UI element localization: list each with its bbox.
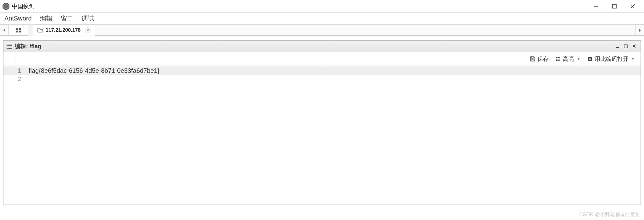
toolbar-leading: [6, 54, 15, 64]
encoding-label: 用此编码打开: [595, 55, 629, 63]
tab-bar: 117.21.200.176 ✕: [0, 25, 644, 36]
svg-rect-7: [16, 31, 18, 32]
maximize-button[interactable]: [611, 3, 618, 9]
panel-minimize-button[interactable]: [614, 43, 621, 50]
panel-maximize-button[interactable]: [622, 43, 629, 50]
svg-rect-13: [624, 45, 627, 48]
svg-rect-18: [556, 59, 557, 60]
tab-active[interactable]: 117.21.200.176 ✕: [33, 25, 95, 36]
folder-icon: [37, 28, 43, 33]
menu-bar: AntSword 编辑 窗口 调试: [0, 13, 644, 25]
app-icon: [3, 3, 9, 10]
code-line: flag{8e6f5dac-6156-4d5e-8b71-0e33fa6d7be…: [26, 67, 641, 75]
svg-rect-16: [556, 57, 557, 58]
svg-marker-9: [639, 29, 641, 32]
save-label: 保存: [537, 55, 549, 63]
panel-close-button[interactable]: ✕: [630, 43, 637, 50]
encoding-icon: A: [587, 56, 593, 62]
menu-brand[interactable]: AntSword: [3, 14, 33, 23]
window-title-bar: 中国蚁剑: [0, 0, 644, 13]
svg-rect-8: [19, 31, 21, 32]
svg-rect-1: [613, 4, 616, 8]
tab-scroll-right[interactable]: [636, 25, 644, 36]
window-controls: [593, 3, 641, 9]
svg-rect-10: [7, 44, 12, 49]
tab-spacer: [95, 25, 636, 36]
chevron-down-icon: ▼: [577, 57, 580, 61]
line-gutter: 1 2: [3, 66, 26, 205]
menu-debug[interactable]: 调试: [80, 13, 95, 24]
save-icon: [530, 56, 535, 62]
list-icon: [555, 56, 561, 62]
svg-text:A: A: [589, 57, 591, 61]
svg-rect-20: [556, 60, 557, 61]
menu-window[interactable]: 窗口: [59, 13, 75, 24]
code-line: [26, 75, 641, 83]
editor-panel: 编辑: /flag ✕ 保存 高亮 ▼: [3, 40, 641, 205]
code-editor[interactable]: 1 2 flag{8e6f5dac-6156-4d5e-8b71-0e33fa6…: [3, 66, 641, 205]
line-number: 1: [3, 67, 26, 75]
editor-toolbar: 保存 高亮 ▼ A 用此编码打开 ▼: [3, 52, 641, 66]
save-button[interactable]: 保存: [527, 53, 552, 65]
svg-rect-6: [19, 28, 21, 30]
code-content[interactable]: flag{8e6f5dac-6156-4d5e-8b71-0e33fa6d7be…: [26, 66, 641, 205]
menu-edit[interactable]: 编辑: [39, 13, 54, 24]
window-title: 中国蚁剑: [12, 3, 593, 10]
print-margin: [325, 66, 325, 205]
tab-close-icon[interactable]: ✕: [85, 27, 91, 33]
tab-label: 117.21.200.176: [46, 27, 81, 33]
close-button[interactable]: [630, 3, 636, 9]
panel-header: 编辑: /flag ✕: [3, 41, 641, 52]
home-grid-button[interactable]: [9, 25, 28, 36]
highlight-label: 高亮: [563, 55, 574, 63]
minimize-button[interactable]: [593, 3, 599, 9]
line-number: 2: [3, 75, 26, 83]
panel-title: 编辑: /flag: [15, 43, 613, 50]
window-icon: [7, 44, 12, 49]
svg-rect-5: [16, 28, 18, 30]
encoding-button[interactable]: A 用此编码打开 ▼: [584, 53, 638, 65]
highlight-button[interactable]: 高亮 ▼: [552, 53, 584, 65]
svg-rect-15: [531, 59, 534, 61]
tab-scroll-left[interactable]: [0, 25, 9, 36]
chevron-down-icon: ▼: [631, 57, 635, 61]
svg-marker-4: [3, 29, 5, 32]
